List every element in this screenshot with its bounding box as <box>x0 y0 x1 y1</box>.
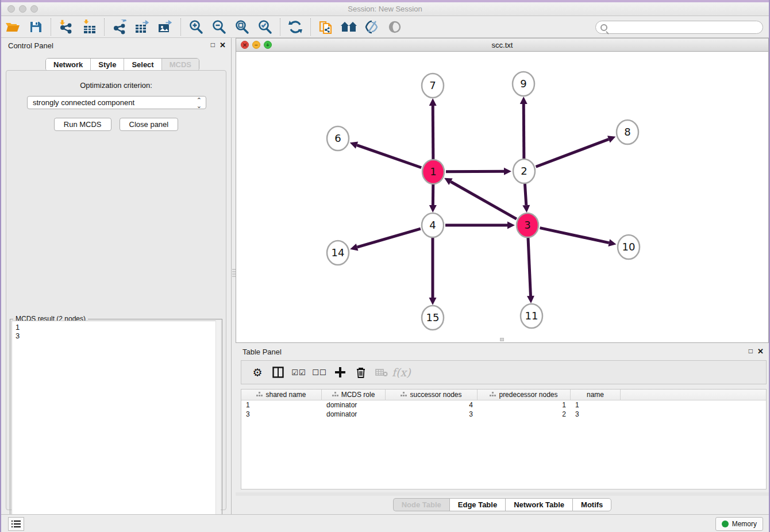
edge-1-2[interactable] <box>446 171 504 172</box>
table-toolbar: ⚙ ☑☑ ☐☐ f(x) <box>241 360 767 384</box>
zoom-in-icon[interactable] <box>186 18 206 36</box>
column-header-MCDS-role[interactable]: MCDS role <box>322 390 386 400</box>
save-session-icon[interactable] <box>26 18 45 36</box>
node-11[interactable]: 11 <box>521 304 542 328</box>
edge-2-3[interactable] <box>525 184 526 205</box>
table-cell[interactable]: dominator <box>322 410 386 419</box>
delete-rows-icon[interactable] <box>351 364 371 381</box>
optimization-criterion-dropdown[interactable]: strongly connected component ⌃⌄ <box>27 96 206 109</box>
table-cell[interactable]: 1 <box>478 400 571 410</box>
settings-gear-icon[interactable]: ⚙ <box>247 364 268 381</box>
node-2[interactable]: 2 <box>513 159 535 183</box>
table-cell[interactable]: dominator <box>322 400 386 410</box>
edge-2-8[interactable] <box>536 139 609 167</box>
column-header-predecessor-nodes[interactable]: predecessor nodes <box>478 390 571 400</box>
node-14[interactable]: 14 <box>327 241 349 265</box>
eye-icon[interactable] <box>385 18 405 36</box>
memory-button[interactable]: Memory <box>715 517 763 531</box>
node-table[interactable]: shared nameMCDS rolesuccessor nodesprede… <box>241 389 767 489</box>
mcds-result-text[interactable]: 1 3 <box>11 321 221 532</box>
node-10[interactable]: 10 <box>618 235 640 259</box>
network-window-titlebar[interactable]: ✕ − + scc.txt <box>236 38 768 52</box>
node-15[interactable]: 15 <box>422 306 444 330</box>
import-table-icon[interactable] <box>79 18 99 36</box>
clone-network-icon[interactable] <box>316 18 336 36</box>
tab-network[interactable]: Network <box>46 59 91 71</box>
node-8[interactable]: 8 <box>617 120 638 144</box>
export-table-icon[interactable] <box>133 18 152 36</box>
float-table-panel-icon[interactable]: □ <box>749 347 753 355</box>
network-graph[interactable]: 7968124314101511 <box>236 52 768 342</box>
close-panel-button[interactable]: Close panel <box>120 118 179 131</box>
home-icon[interactable] <box>339 18 359 36</box>
zoom-selected-icon[interactable] <box>255 18 275 36</box>
float-panel-icon[interactable]: □ <box>211 41 215 49</box>
search-box[interactable] <box>595 21 763 34</box>
edge-1-7[interactable] <box>433 106 433 159</box>
import-network-icon[interactable] <box>56 18 76 36</box>
node-7[interactable]: 7 <box>422 74 444 98</box>
edge-2-9[interactable] <box>523 104 524 159</box>
column-header-successor-nodes[interactable]: successor nodes <box>386 390 478 400</box>
result-scrollbar[interactable] <box>215 321 221 532</box>
toggle-columns-icon[interactable] <box>268 364 288 381</box>
refresh-icon[interactable] <box>286 18 305 36</box>
export-network-icon[interactable] <box>110 18 129 36</box>
table-cell[interactable]: 2 <box>478 410 571 419</box>
table-cell[interactable]: 4 <box>386 400 478 410</box>
add-row-icon[interactable] <box>330 364 351 381</box>
panel-divider[interactable] <box>231 38 236 514</box>
table-cell[interactable]: 3 <box>571 410 621 419</box>
edge-3-11[interactable] <box>528 238 530 296</box>
edge-3-10[interactable] <box>540 228 609 243</box>
close-table-panel-icon[interactable]: ✕ <box>757 347 764 356</box>
zoom-out-icon[interactable] <box>209 18 229 36</box>
select-all-icon[interactable]: ☑☑ <box>288 364 309 381</box>
memory-status-icon <box>722 521 729 527</box>
tab-select[interactable]: Select <box>124 59 161 71</box>
zoom-fit-icon[interactable] <box>232 18 252 36</box>
mcds-tab-content: Optimization criterion: strongly connect… <box>6 70 226 510</box>
export-image-icon[interactable] <box>156 18 175 36</box>
table-cell[interactable]: 3 <box>386 410 478 419</box>
deselect-all-icon[interactable]: ☐☐ <box>309 364 330 381</box>
optimization-criterion-label: Optimization criterion: <box>6 81 226 90</box>
task-history-button[interactable] <box>8 517 24 531</box>
toolbar-separator <box>280 18 280 36</box>
node-4[interactable]: 4 <box>422 213 444 237</box>
toolbar-separator <box>310 18 311 36</box>
node-9[interactable]: 9 <box>513 72 534 96</box>
edge-arrow-icon <box>520 97 528 104</box>
table-row[interactable]: 3dominator323 <box>241 410 766 419</box>
node-6[interactable]: 6 <box>327 126 349 151</box>
edge-arrow-icon <box>608 239 616 246</box>
network-canvas[interactable]: 7968124314101511 <box>236 52 768 342</box>
run-mcds-button[interactable]: Run MCDS <box>54 118 111 131</box>
tab-node-table[interactable]: Node Table <box>393 498 449 511</box>
edge-arrow-icon <box>429 298 437 305</box>
column-header-name[interactable]: name <box>571 390 621 400</box>
edge-arrow-icon <box>522 205 530 213</box>
column-label: predecessor nodes <box>499 391 557 399</box>
table-cell[interactable]: 1 <box>571 400 621 410</box>
open-session-icon[interactable] <box>3 18 22 36</box>
column-header-shared-name[interactable]: shared name <box>241 390 322 400</box>
tab-network-table[interactable]: Network Table <box>505 498 572 511</box>
tab-edge-table[interactable]: Edge Table <box>449 498 505 511</box>
resize-knob-icon[interactable] <box>500 338 504 341</box>
node-3[interactable]: 3 <box>517 213 538 237</box>
edge-4-14[interactable] <box>357 229 421 247</box>
tab-motifs[interactable]: Motifs <box>572 498 611 511</box>
node-1[interactable]: 1 <box>422 160 444 184</box>
edge-3-1[interactable] <box>451 182 516 219</box>
close-panel-icon[interactable]: ✕ <box>220 41 226 49</box>
table-cell[interactable]: 1 <box>241 400 322 410</box>
search-input[interactable] <box>610 24 763 32</box>
edge-1-6[interactable] <box>357 145 421 168</box>
table-row[interactable]: 1dominator411 <box>241 400 766 410</box>
table-cell[interactable]: 3 <box>241 410 322 419</box>
hide-panels-icon[interactable] <box>362 18 382 36</box>
svg-text:7: 7 <box>429 79 436 91</box>
tab-mcds[interactable]: MCDS <box>162 59 199 71</box>
tab-style[interactable]: Style <box>91 59 124 71</box>
